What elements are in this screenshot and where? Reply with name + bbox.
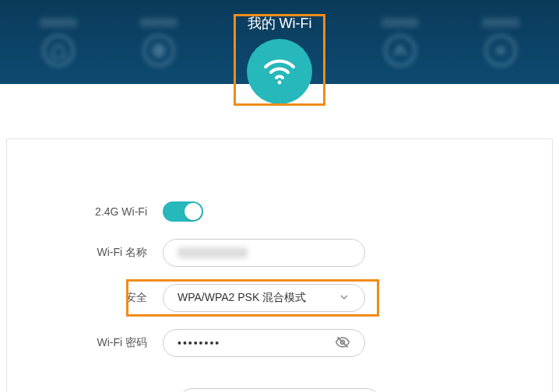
row-password: Wi-Fi 密码 •••••••• — [38, 329, 521, 357]
wifi-name-value — [178, 247, 248, 258]
password-input[interactable]: •••••••• — [163, 329, 365, 357]
save-button[interactable]: 保存 — [178, 388, 381, 392]
security-select[interactable]: WPA/WPA2 PSK 混合模式 — [163, 284, 365, 312]
band-label: 2.4G Wi-Fi — [38, 205, 163, 218]
top-header: 我的 Wi-Fi — [0, 0, 559, 84]
wifi-tab[interactable]: 我的 Wi-Fi — [247, 14, 312, 104]
devices-icon — [385, 35, 416, 66]
show-password-icon[interactable] — [335, 334, 350, 352]
security-value: WPA/WPA2 PSK 混合模式 — [178, 291, 306, 305]
row-wifi-name: Wi-Fi 名称 — [38, 239, 521, 267]
password-label: Wi-Fi 密码 — [38, 336, 163, 350]
svg-point-3 — [403, 52, 405, 54]
row-band: 2.4G Wi-Fi — [38, 201, 521, 222]
nav-item-5[interactable] — [482, 18, 519, 66]
chevron-down-icon — [338, 291, 350, 306]
settings-panel: 2.4G Wi-Fi Wi-Fi 名称 安全 WPA/WPA2 PSK 混合模式… — [6, 138, 553, 392]
globe-icon — [143, 35, 174, 66]
nav-item-1[interactable] — [40, 18, 77, 66]
row-save: 保存 — [38, 388, 521, 392]
menu-icon — [485, 35, 516, 66]
wifi-name-input[interactable] — [163, 239, 365, 267]
row-security: 安全 WPA/WPA2 PSK 混合模式 — [38, 284, 521, 312]
svg-point-2 — [395, 52, 397, 54]
wifi-icon — [247, 39, 312, 104]
home-icon — [43, 35, 74, 66]
band-toggle[interactable] — [163, 201, 203, 222]
security-label: 安全 — [38, 291, 163, 305]
wifi-name-label: Wi-Fi 名称 — [38, 246, 163, 260]
password-value: •••••••• — [178, 337, 335, 349]
page-title: 我的 Wi-Fi — [248, 14, 312, 33]
nav-item-2[interactable] — [140, 18, 178, 66]
svg-point-4 — [278, 81, 282, 85]
nav-item-4[interactable] — [381, 18, 419, 66]
